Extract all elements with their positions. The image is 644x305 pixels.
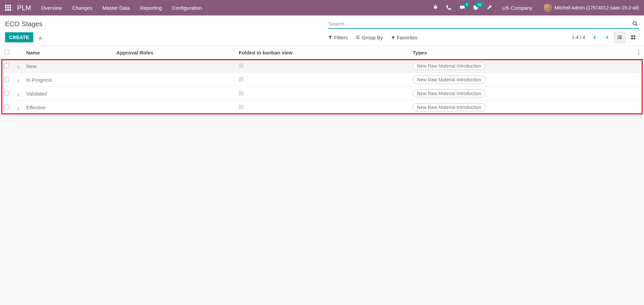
pager-next[interactable] <box>602 32 612 42</box>
drag-handle-icon[interactable]: ▲▼ <box>17 92 20 97</box>
drag-handle-icon[interactable]: ▲▼ <box>17 79 20 83</box>
folded-checkbox[interactable] <box>239 105 243 109</box>
svg-rect-2 <box>619 36 622 36</box>
cell-name: Effective <box>26 105 45 110</box>
filters-button[interactable]: Filters <box>328 35 348 40</box>
control-panel: ECO Stages CREATE Filters Group By Favor… <box>0 15 644 46</box>
col-header-folded[interactable]: Folded in kanban view <box>236 46 410 59</box>
svg-rect-6 <box>619 38 622 39</box>
menu-master-data[interactable]: Master Data <box>103 5 130 11</box>
svg-rect-10 <box>634 38 635 39</box>
apps-icon[interactable] <box>5 5 11 11</box>
filters-label: Filters <box>334 35 348 40</box>
systray: 5 39 US Company Mitchell Admin (17674012… <box>433 4 639 12</box>
svg-rect-4 <box>619 37 622 38</box>
create-button[interactable]: CREATE <box>5 32 33 42</box>
type-tag[interactable]: New Raw Material Introduction <box>413 103 486 111</box>
svg-rect-8 <box>634 35 635 37</box>
kanban-view-button[interactable] <box>628 32 639 43</box>
top-navbar: PLM Overview Changes Master Data Reporti… <box>0 0 644 15</box>
search-icon[interactable] <box>631 20 639 27</box>
groupby-button[interactable]: Group By <box>356 35 383 40</box>
pager[interactable]: 1-4 / 4 <box>572 35 585 40</box>
import-icon[interactable] <box>38 35 43 40</box>
search-bar <box>328 19 639 29</box>
search-input[interactable] <box>328 21 631 27</box>
row-checkbox[interactable] <box>4 91 9 96</box>
table-row[interactable]: ▲▼ Effective New Raw Material Introducti… <box>0 101 644 114</box>
folded-checkbox[interactable] <box>239 91 243 96</box>
menu-reporting[interactable]: Reporting <box>140 5 162 11</box>
svg-point-0 <box>633 22 636 25</box>
table-row[interactable]: ▲▼ Validated New Raw Material Introducti… <box>0 87 644 101</box>
row-checkbox[interactable] <box>4 105 9 109</box>
user-menu[interactable]: Mitchell Admin (17674012-saas-15-2-all) <box>544 4 639 12</box>
type-tag[interactable]: New Raw Material Introduction <box>413 76 486 84</box>
col-header-approval[interactable]: Approval Roles <box>114 46 236 59</box>
svg-rect-9 <box>631 38 633 39</box>
pager-prev[interactable] <box>590 32 600 42</box>
type-tag[interactable]: New Raw Material Introduction <box>413 62 486 70</box>
row-checkbox[interactable] <box>4 63 9 68</box>
page-title: ECO Stages <box>5 20 42 28</box>
col-header-types[interactable]: Types <box>410 46 634 59</box>
column-options-icon[interactable]: ⋮ <box>636 49 641 55</box>
cell-name: New <box>26 63 36 69</box>
groupby-label: Group By <box>362 35 383 40</box>
col-header-name[interactable]: Name <box>24 46 114 59</box>
drag-handle-icon[interactable]: ▲▼ <box>17 106 20 111</box>
row-checkbox[interactable] <box>4 77 9 82</box>
messages-icon[interactable]: 5 <box>460 5 466 11</box>
activities-badge: 39 <box>475 2 483 7</box>
svg-point-3 <box>618 37 619 38</box>
avatar <box>544 4 552 12</box>
cell-name: Validated <box>26 91 47 97</box>
table-row[interactable]: ▲▼ New New Raw Material Introduction <box>0 59 644 73</box>
favorites-label: Favorites <box>397 35 418 40</box>
list-view: Name Approval Roles Folded in kanban vie… <box>0 46 644 114</box>
drag-handle-icon[interactable]: ▲▼ <box>17 65 20 70</box>
menu-configuration[interactable]: Configuration <box>172 5 202 11</box>
folded-checkbox[interactable] <box>239 77 243 82</box>
favorites-button[interactable]: Favorites <box>391 35 418 40</box>
bug-icon[interactable] <box>433 5 439 11</box>
folded-checkbox[interactable] <box>239 63 243 68</box>
menu-overview[interactable]: Overview <box>41 5 62 11</box>
menu-changes[interactable]: Changes <box>72 5 92 11</box>
select-all-checkbox[interactable] <box>4 50 9 54</box>
messages-badge: 5 <box>464 2 470 7</box>
svg-point-1 <box>618 36 619 37</box>
phone-icon[interactable] <box>446 5 452 11</box>
app-brand[interactable]: PLM <box>17 4 31 12</box>
table-row[interactable]: ▲▼ In Progress New Raw Material Introduc… <box>0 73 644 87</box>
main-menu: Overview Changes Master Data Reporting C… <box>41 5 202 11</box>
tools-icon[interactable] <box>487 5 493 11</box>
activities-icon[interactable]: 39 <box>473 5 479 11</box>
svg-rect-7 <box>631 35 633 37</box>
type-tag[interactable]: New Raw Material Introduction <box>413 89 486 98</box>
user-name: Mitchell Admin (17674012-saas-15-2-all) <box>555 5 639 10</box>
svg-point-5 <box>618 38 619 39</box>
list-view-button[interactable] <box>614 32 626 43</box>
cell-name: In Progress <box>26 77 52 83</box>
company-switcher[interactable]: US Company <box>502 5 532 11</box>
